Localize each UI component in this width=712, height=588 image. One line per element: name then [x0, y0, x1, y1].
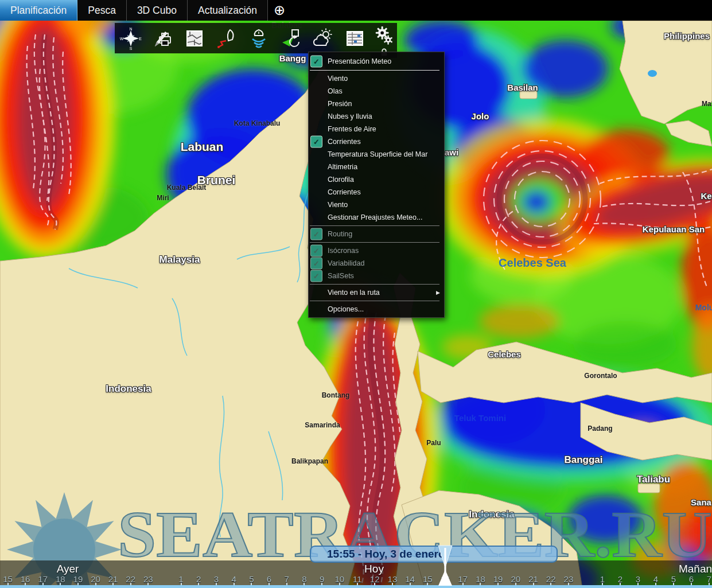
- edit-print-icon: [151, 27, 174, 50]
- tab-bar-tabs: PlanificaciónPesca3D CuboActualización: [0, 0, 268, 21]
- tab-actualizacion[interactable]: Actualización: [188, 0, 268, 21]
- menu-item-label: Altimetria: [328, 163, 357, 171]
- chart-library-button[interactable]: [180, 25, 209, 52]
- menu-item-frentes-de-aire[interactable]: Frentes de Aire: [309, 123, 444, 135]
- svg-text:N: N: [129, 27, 132, 31]
- submenu-arrow-icon: ▶: [436, 290, 440, 295]
- compass-rose-button[interactable]: NSWE: [116, 25, 145, 52]
- menu-item-label: Frentes de Aire: [328, 125, 376, 133]
- checkbox-checked-icon: ✓: [310, 270, 322, 282]
- menu-item-viento-en-la-ruta[interactable]: Viento en la ruta▶: [309, 286, 444, 299]
- menu-item-label: Nubes y lluvia: [328, 112, 372, 120]
- checkbox-checked-icon: ✓: [310, 258, 322, 270]
- menu-item-corrientes[interactable]: Corrientes: [309, 186, 444, 198]
- tab-planificacion[interactable]: Planificación: [0, 0, 77, 21]
- menu-item-label: Viento en la ruta: [328, 289, 380, 297]
- weather-overlay-icon: [311, 27, 334, 50]
- weather-overlay-button[interactable]: [308, 25, 337, 52]
- toolbar: NSWE: [115, 23, 371, 53]
- menu-item-variabilidad[interactable]: ✓Variabilidad: [309, 257, 444, 270]
- boat-route-icon: [215, 27, 238, 50]
- time-display: 15:55 - Hoy, 3 de enero: [310, 546, 558, 563]
- boat-route-button[interactable]: [212, 25, 241, 52]
- menu-item-label: Viento: [328, 201, 348, 209]
- meteo-menu: ✓Presentación MeteoVientoOlasPresiónNube…: [308, 52, 445, 318]
- checkbox-checked-icon: ✓: [310, 136, 322, 148]
- menu-item-label: Isócronas: [328, 247, 359, 255]
- menu-item-presentacion-meteo[interactable]: ✓Presentación Meteo: [309, 54, 444, 68]
- menu-separator: [310, 242, 439, 243]
- svg-text:E: E: [139, 37, 142, 41]
- tab-pesca[interactable]: Pesca: [77, 0, 127, 21]
- tab-bar: PlanificaciónPesca3D CuboActualización ⊕: [0, 0, 712, 21]
- goto-waypoint-icon: [279, 27, 302, 50]
- compass-rose-icon: NSWE: [119, 27, 142, 50]
- menu-item-label: Gestionar Preajustes Meteo...: [328, 213, 422, 221]
- menu-item-opciones[interactable]: Opciones...: [309, 303, 444, 316]
- menu-separator: [310, 284, 439, 285]
- menu-item-label: Corrientes: [328, 188, 361, 196]
- edit-print-button[interactable]: [149, 25, 177, 52]
- menu-separator: [310, 70, 439, 71]
- menu-item-clorofila[interactable]: Clorofila: [309, 173, 444, 186]
- sonar-button[interactable]: [244, 25, 273, 52]
- menu-item-gestionar-preajustes-meteo[interactable]: Gestionar Preajustes Meteo...: [309, 211, 444, 224]
- menu-item-label: Clorofila: [328, 176, 354, 184]
- menu-item-label: Olas: [328, 87, 343, 95]
- settings-button[interactable]: [373, 25, 395, 48]
- tab-3d-cubo[interactable]: 3D Cubo: [127, 0, 188, 21]
- checkbox-checked-icon: ✓: [310, 245, 322, 257]
- menu-item-label: Presión: [328, 100, 352, 108]
- menu-item-nubes-y-lluvia[interactable]: Nubes y lluvia: [309, 110, 444, 123]
- menu-item-viento[interactable]: Viento: [309, 72, 444, 85]
- menu-item-corrientes[interactable]: ✓Corrientes: [309, 135, 444, 148]
- time-cursor[interactable]: [437, 544, 454, 587]
- timeline-strip[interactable]: [0, 560, 712, 585]
- menu-item-label: Routing: [328, 230, 352, 238]
- menu-item-label: Variabilidad: [328, 259, 364, 267]
- time-display-label: 15:55 - Hoy, 3 de enero: [327, 548, 445, 560]
- add-workspace-button[interactable]: ⊕: [268, 0, 291, 21]
- menu-item-label: Corrientes: [328, 138, 361, 146]
- chart-library-icon: [183, 27, 206, 50]
- menu-item-viento[interactable]: Viento: [309, 198, 444, 211]
- menu-separator: [310, 301, 439, 301]
- menu-item-label: Temperatura Superficie del Mar: [328, 150, 427, 158]
- svg-text:W: W: [120, 37, 124, 41]
- menu-item-altimetria[interactable]: Altimetria: [309, 161, 444, 173]
- logbook-table-icon: [343, 27, 366, 50]
- menu-item-olas[interactable]: Olas: [309, 85, 444, 98]
- checkbox-checked-icon: ✓: [310, 55, 322, 67]
- settings-gears-icon: [373, 25, 395, 46]
- menu-item-routing[interactable]: ✓Routing: [309, 228, 444, 240]
- menu-item-presion[interactable]: Presión: [309, 98, 444, 110]
- sonar-icon: [247, 27, 270, 50]
- menu-item-isocronas[interactable]: ✓Isócronas: [309, 244, 444, 257]
- timeline-progress-bar[interactable]: [0, 585, 712, 588]
- menu-item-sailsets[interactable]: ✓SailSets: [309, 270, 444, 282]
- add-workspace-icon: ⊕: [274, 2, 285, 18]
- checkbox-checked-icon: ✓: [310, 228, 322, 240]
- lake: [648, 70, 657, 77]
- menu-item-label: Presentación Meteo: [328, 57, 391, 65]
- logbook-table-button[interactable]: [340, 25, 369, 52]
- menu-item-label: Opciones...: [328, 305, 364, 313]
- menu-item-label: Viento: [328, 75, 348, 83]
- goto-waypoint-button[interactable]: [277, 25, 305, 52]
- menu-separator: [310, 225, 439, 226]
- menu-item-label: SailSets: [328, 272, 354, 280]
- svg-text:S: S: [130, 46, 133, 50]
- menu-item-temperatura-superficie-del-mar[interactable]: Temperatura Superficie del Mar: [309, 148, 444, 161]
